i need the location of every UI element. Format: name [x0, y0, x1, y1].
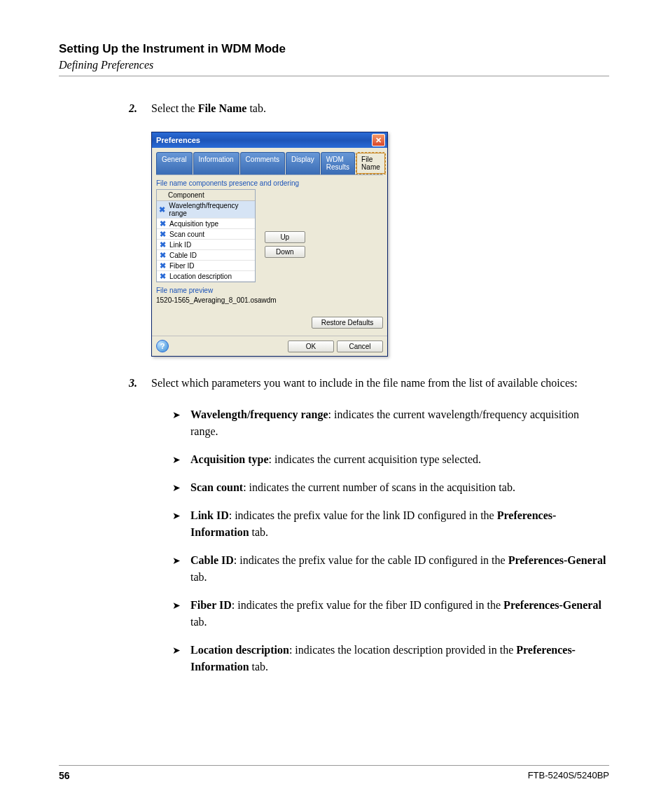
step-text: Select the File Name tab.: [151, 100, 609, 116]
model-number: FTB-5240S/5240BP: [528, 770, 609, 781]
bullet-icon: ➤: [172, 507, 190, 541]
tab-information[interactable]: Information: [193, 152, 239, 174]
remove-icon[interactable]: ✖: [158, 272, 167, 280]
ok-button[interactable]: OK: [288, 340, 334, 352]
cancel-button[interactable]: Cancel: [337, 340, 383, 352]
component-row[interactable]: ✖Link ID: [157, 240, 255, 250]
remove-icon[interactable]: ✖: [158, 205, 166, 214]
restore-defaults-button[interactable]: Restore Defaults: [312, 317, 383, 329]
remove-icon[interactable]: ✖: [158, 230, 167, 238]
preview-label: File name preview: [156, 287, 383, 294]
bullet-icon: ➤: [172, 552, 190, 586]
bullet-icon: ➤: [172, 451, 190, 468]
list-item: Wavelength/frequency range: indicates th…: [190, 406, 609, 440]
remove-icon[interactable]: ✖: [158, 240, 167, 249]
page-subtitle: Defining Preferences: [59, 59, 609, 71]
bullet-icon: ➤: [172, 406, 190, 440]
tab-comments[interactable]: Comments: [240, 152, 285, 174]
header-rule: [59, 76, 609, 76]
component-row[interactable]: ✖Acquisition type: [157, 219, 255, 229]
page-number: 56: [59, 770, 70, 781]
component-row[interactable]: ✖Location description: [157, 271, 255, 282]
component-row[interactable]: ✖Cable ID: [157, 250, 255, 261]
preview-value: 1520-1565_Averaging_8_001.osawdm: [156, 296, 383, 304]
tab-display[interactable]: Display: [286, 152, 320, 174]
dialog-title: Preferences: [156, 136, 200, 144]
bullet-icon: ➤: [172, 642, 190, 675]
remove-icon[interactable]: ✖: [158, 261, 167, 270]
component-row[interactable]: ✖Wavelength/frequency range: [157, 201, 255, 219]
tab-bar: General Information Comments Display WDM…: [156, 152, 383, 175]
preferences-dialog: Preferences ✕ General Information Commen…: [151, 132, 388, 357]
component-table: Component ✖Wavelength/frequency range ✖A…: [156, 189, 256, 282]
tab-file-name[interactable]: File Name: [356, 152, 386, 174]
step-number: 2.: [129, 100, 151, 116]
component-column-header: Component: [157, 190, 255, 201]
list-item: Link ID: indicates the prefix value for …: [190, 507, 609, 541]
list-item: Location description: indicates the loca…: [190, 642, 609, 675]
tab-general[interactable]: General: [156, 152, 193, 174]
help-icon[interactable]: ?: [156, 340, 169, 352]
parameter-list: ➤Wavelength/frequency range: indicates t…: [172, 406, 609, 675]
close-icon[interactable]: ✕: [372, 134, 385, 146]
component-row[interactable]: ✖Scan count: [157, 229, 255, 240]
list-item: Scan count: indicates the current number…: [190, 479, 609, 496]
bullet-icon: ➤: [172, 479, 190, 496]
list-item: Fiber ID: indicates the prefix value for…: [190, 597, 609, 631]
step-text: Select which parameters you want to incl…: [151, 375, 609, 391]
section-label: File name components presence and orderi…: [156, 179, 383, 187]
component-row[interactable]: ✖Fiber ID: [157, 261, 255, 271]
list-item: Cable ID: indicates the prefix value for…: [190, 552, 609, 586]
page-title: Setting Up the Instrument in WDM Mode: [59, 42, 609, 56]
tab-wdm-results[interactable]: WDM Results: [321, 152, 355, 174]
step-number: 3.: [129, 375, 151, 391]
list-item: Acquisition type: indicates the current …: [190, 451, 609, 468]
up-button[interactable]: Up: [265, 231, 305, 243]
remove-icon[interactable]: ✖: [158, 219, 167, 228]
down-button[interactable]: Down: [265, 246, 305, 258]
bullet-icon: ➤: [172, 597, 190, 631]
remove-icon[interactable]: ✖: [158, 251, 167, 259]
